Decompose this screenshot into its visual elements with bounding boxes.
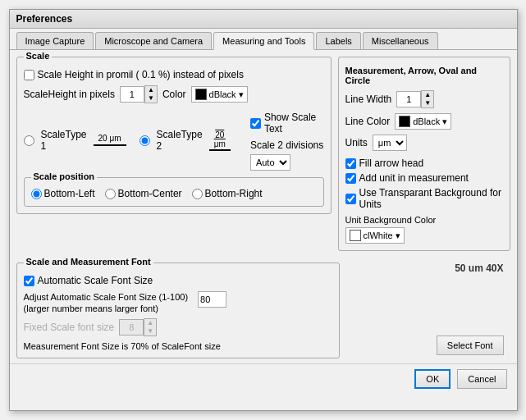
tab-labels[interactable]: Labels	[316, 32, 360, 49]
line-width-spinner[interactable]: 1 ▲ ▼	[396, 90, 434, 108]
unit-bg-value: clWhite	[364, 231, 393, 240]
tab-miscellaneous[interactable]: Miscellaneous	[363, 32, 438, 49]
font-group: Scale and Measurement Font Automatic Sca…	[16, 262, 340, 358]
scale-group: Scale Scale Height in promil ( 0.1 %) in…	[16, 57, 332, 214]
use-transparent-label: Use Transparant Background for Units	[359, 187, 503, 210]
scale-text-1: 20 μm	[94, 134, 126, 143]
font-preview: 50 um 40X	[455, 262, 503, 274]
line-color-swatch[interactable]: dBlack ▾	[395, 113, 451, 130]
fixed-font-input: 8	[119, 319, 144, 336]
scale-position-label: Scale position	[31, 171, 98, 181]
use-transparent-checkbox[interactable]	[345, 194, 356, 204]
scale-2-divisions-label: Scale 2 divisions	[250, 139, 323, 151]
ok-button[interactable]: OK	[414, 369, 451, 389]
line-color-label: Line Color	[345, 116, 391, 127]
show-scale-text-label: Show Scale Text	[264, 112, 324, 135]
bottom-right-radio[interactable]	[192, 189, 203, 199]
unit-bg-label: Unit Background Color	[345, 215, 503, 225]
tab-image-capture[interactable]: Image Capture	[16, 32, 94, 49]
bottom-center-radio[interactable]	[105, 189, 116, 199]
scale-height-checkbox[interactable]	[24, 70, 34, 80]
scale-position-group: Scale position Bottom-Left Bottom-Center	[24, 177, 324, 207]
scale-height-down[interactable]: ▼	[145, 94, 157, 103]
left-panel: Scale Scale Height in promil ( 0.1 %) in…	[16, 57, 332, 251]
select-font-button[interactable]: Select Font	[437, 336, 504, 355]
scale-type-1-visual: 20 μm	[94, 134, 126, 148]
fixed-font-down: ▼	[144, 327, 156, 336]
bottom-area: Scale and Measurement Font Automatic Sca…	[10, 258, 517, 363]
position-row: Bottom-Left Bottom-Center Bottom-Right	[31, 188, 317, 199]
scale-height-spinner[interactable]: 1 ▲ ▼	[120, 85, 158, 103]
preferences-dialog: Preferences Image Capture Microscope and…	[9, 9, 518, 411]
scale-type-2-radio[interactable]	[140, 135, 150, 146]
main-content: Scale Scale Height in promil ( 0.1 %) in…	[10, 50, 517, 258]
color-swatch[interactable]: dBlack ▾	[191, 86, 248, 103]
line-color-arrow: ▾	[442, 116, 447, 127]
font-right: 50 um 40X Select Font	[346, 262, 510, 358]
adjust-label-container: Adjust Automatic Scale Font Size (1-100)…	[24, 291, 189, 315]
scale-2-divisions-select[interactable]: Auto	[250, 154, 290, 171]
auto-font-checkbox[interactable]	[24, 276, 34, 286]
font-group-label: Scale and Measurement Font	[24, 257, 153, 267]
scale-height-checkbox-label: Scale Height in promil ( 0.1 %) instead …	[38, 69, 244, 80]
fill-arrow-label: Fill arrow head	[359, 158, 424, 169]
scale-height-up[interactable]: ▲	[145, 86, 157, 94]
scale-height-input[interactable]: 1	[120, 86, 144, 103]
scale-text-2: 20 μm	[209, 130, 231, 151]
fixed-font-up: ▲	[144, 319, 156, 327]
unit-bg-box	[350, 230, 361, 241]
scale-type-2-label: ScaleType 2	[157, 129, 203, 152]
scale-line-1	[94, 144, 126, 146]
scale-type-1-radio[interactable]	[24, 135, 34, 146]
add-unit-checkbox[interactable]	[345, 173, 356, 184]
color-dropdown-arrow[interactable]: ▾	[239, 89, 244, 100]
scale-type-1-row: ScaleType 1 20 μm	[24, 129, 126, 152]
scale-height-label: ScaleHeight in pixels	[24, 89, 115, 100]
adjust-label-line1: Adjust Automatic Scale Font Size (1-100)	[24, 291, 189, 303]
units-label: Units	[345, 137, 368, 148]
adjust-label-line2: (larger number means larger font)	[24, 303, 189, 314]
line-color-value: dBlack	[413, 116, 440, 126]
tab-measuring-tools[interactable]: Measuring and Tools	[213, 32, 314, 50]
color-label: Color	[162, 89, 186, 100]
fixed-font-spinner: 8 ▲ ▼	[119, 318, 157, 336]
scale-type-2-row: ScaleType 2 20 μm	[140, 129, 231, 152]
line-width-down[interactable]: ▼	[422, 99, 433, 107]
fill-arrow-checkbox[interactable]	[345, 158, 356, 169]
fixed-font-label: Fixed Scale font size	[24, 322, 115, 333]
add-unit-label: Add unit in measurement	[359, 172, 469, 184]
line-width-label: Line Width	[345, 94, 392, 105]
bottom-center-label: Bottom-Center	[118, 188, 182, 199]
bottom-right-label: Bottom-Right	[205, 188, 263, 199]
scale-options: Show Scale Text Scale 2 divisions Auto	[250, 108, 324, 171]
measurement-group: Measurement, Arrow, Oval and Circle Line…	[338, 57, 510, 251]
color-value: dBlack	[209, 89, 236, 99]
unit-bg-arrow: ▾	[396, 231, 400, 241]
right-panel: Measurement, Arrow, Oval and Circle Line…	[338, 57, 510, 251]
color-swatch-box	[195, 89, 207, 100]
line-width-up[interactable]: ▲	[422, 91, 433, 99]
line-color-box	[399, 116, 410, 127]
line-width-input[interactable]: 1	[396, 91, 421, 107]
bottom-left-radio[interactable]	[31, 189, 42, 199]
adjust-value-input[interactable]: 80	[198, 291, 226, 308]
measurement-font-note: Measurement Font Size is 70% of ScaleFon…	[24, 341, 332, 351]
tab-microscope-camera[interactable]: Microscope and Camera	[95, 32, 212, 49]
bottom-left-label: Bottom-Left	[44, 188, 95, 199]
title-bar: Preferences	[10, 10, 517, 29]
unit-bg-swatch[interactable]: clWhite ▾	[345, 227, 405, 244]
cancel-button[interactable]: Cancel	[457, 369, 506, 389]
tab-bar: Image Capture Microscope and Camera Meas…	[10, 29, 517, 50]
scale-type-2-visual: 20 μm	[209, 130, 231, 151]
dialog-footer: OK Cancel	[10, 363, 517, 394]
scale-group-label: Scale	[24, 51, 53, 61]
dialog-title: Preferences	[16, 13, 73, 25]
units-select[interactable]: μm	[373, 135, 407, 151]
scale-type-1-label: ScaleType 1	[41, 129, 87, 152]
measurement-title: Measurement, Arrow, Oval and Circle	[345, 66, 503, 85]
show-scale-text-checkbox[interactable]	[250, 118, 261, 129]
auto-font-label: Automatic Scale Font Size	[38, 275, 153, 286]
